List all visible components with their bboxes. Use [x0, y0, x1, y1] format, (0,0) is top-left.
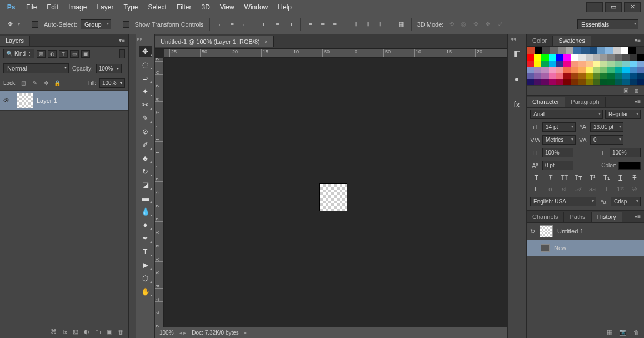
delete-layer-icon[interactable]: 🗑 [118, 329, 124, 335]
swash-button[interactable]: 𝒜 [573, 186, 583, 193]
lock-all-icon[interactable]: 🔒 [53, 79, 61, 87]
swatch[interactable] [549, 54, 556, 61]
menu-file[interactable]: File [21, 1, 42, 13]
swatch[interactable] [549, 61, 556, 67]
layers-tab[interactable]: Layers [0, 36, 30, 46]
swatch[interactable] [613, 47, 621, 54]
swatch[interactable] [593, 54, 600, 61]
document-tab[interactable]: Untitled-1 @ 100% (Layer 1, RGB/8) × [155, 36, 274, 47]
swatch[interactable] [541, 67, 548, 73]
layer-name[interactable]: Layer 1 [37, 97, 57, 104]
swatch[interactable] [597, 47, 605, 54]
eraser-tool[interactable]: ◪ [139, 179, 152, 190]
swatch[interactable] [578, 73, 585, 79]
collapse-icon[interactable]: ◂◂ [510, 36, 516, 42]
swatch[interactable] [556, 79, 563, 85]
collapse-icon[interactable]: ▸▸ [137, 36, 143, 42]
distribute-right-icon[interactable]: ⦀ [376, 20, 385, 29]
lock-transparent-icon[interactable]: ▨ [20, 79, 28, 87]
language-dropdown[interactable]: English: USA [530, 197, 596, 206]
adjustment-layer-icon[interactable]: ◐ [84, 328, 89, 335]
clone-stamp-tool[interactable]: ♣ [139, 152, 152, 163]
font-style-dropdown[interactable]: Regular [605, 110, 641, 119]
blur-tool[interactable]: 💧 [139, 206, 152, 217]
character-tab[interactable]: Character [527, 97, 565, 107]
swatch[interactable] [630, 54, 637, 61]
swatch[interactable] [527, 47, 535, 54]
menu-type[interactable]: Type [118, 1, 143, 13]
swatch[interactable] [622, 79, 629, 85]
swatch[interactable] [637, 54, 644, 61]
3d-slide-icon[interactable]: ❖ [483, 20, 492, 29]
allcaps-button[interactable]: TT [560, 174, 570, 181]
kerning-dropdown[interactable]: Metrics [542, 135, 576, 145]
smallcaps-button[interactable]: Tᴛ [573, 174, 583, 181]
filter-switch[interactable] [119, 49, 125, 58]
panel-menu-icon[interactable]: ▾≡ [631, 98, 644, 105]
swatch[interactable] [630, 67, 637, 73]
brush-tool[interactable]: ✐ [139, 139, 152, 150]
filter-pixel-icon[interactable]: ▨ [37, 50, 46, 58]
channels-tab[interactable]: Channels [527, 212, 564, 222]
paragraph-tab[interactable]: Paragraph [565, 97, 605, 107]
align-vcenter-icon[interactable]: ≡ [228, 20, 237, 29]
swatch[interactable] [556, 73, 563, 79]
hand-tool[interactable]: ✋ [139, 286, 152, 297]
swatch[interactable] [571, 54, 578, 61]
history-brush-tool[interactable]: ↻ [139, 166, 152, 177]
swatch[interactable] [607, 73, 615, 79]
auto-select-checkbox[interactable] [32, 21, 38, 28]
swatch[interactable] [637, 73, 644, 79]
layer-fx-icon[interactable]: fx [62, 329, 67, 335]
swatch[interactable] [605, 47, 613, 54]
delete-state-icon[interactable]: 🗑 [633, 329, 640, 336]
baseline-input[interactable]: 0 pt [542, 161, 573, 170]
vscale-input[interactable]: 100% [542, 148, 573, 157]
swatch[interactable] [637, 67, 644, 73]
swatch[interactable] [527, 67, 534, 73]
font-family-dropdown[interactable]: Arial [530, 110, 603, 119]
layer-mask-icon[interactable]: ▧ [73, 328, 78, 335]
menu-layer[interactable]: Layer [92, 1, 118, 13]
swatch[interactable] [600, 67, 607, 73]
superscript-button[interactable]: T¹ [587, 174, 597, 181]
swatch[interactable] [541, 73, 548, 79]
3d-pan-icon[interactable]: ✥ [471, 20, 480, 29]
menu-image[interactable]: Image [63, 1, 92, 13]
zoom-level[interactable]: 100% [159, 330, 174, 336]
color-picker-dock-icon[interactable]: ◧ [510, 47, 523, 60]
swatch[interactable] [621, 47, 628, 54]
opacity-input[interactable]: 100% ▾ [96, 64, 122, 73]
color-tab[interactable]: Color [527, 36, 553, 46]
paths-tab[interactable]: Paths [564, 212, 591, 222]
layer-filter-kind-dropdown[interactable]: 🔍 Kind ≑ [3, 49, 34, 58]
swatch[interactable] [615, 79, 622, 85]
close-tab-icon[interactable]: × [264, 38, 268, 45]
window-minimize-button[interactable]: — [586, 2, 603, 12]
marquee-tool[interactable]: ◌ [139, 59, 152, 70]
tracking-input[interactable]: 0 [590, 135, 623, 145]
swatch[interactable] [593, 67, 600, 73]
align-left-icon[interactable]: ⊏ [261, 20, 270, 29]
swatch[interactable] [527, 73, 534, 79]
swatch[interactable] [535, 47, 542, 54]
swatch[interactable] [586, 61, 593, 67]
lasso-tool[interactable]: ⊃ [139, 72, 152, 83]
gradient-tool[interactable]: ▬ [139, 192, 152, 203]
strikethrough-button[interactable]: T [630, 174, 640, 181]
swatch[interactable] [600, 79, 607, 85]
swatch[interactable] [615, 67, 622, 73]
swatch[interactable] [578, 61, 585, 67]
canvas[interactable] [164, 58, 507, 327]
swatch[interactable] [527, 54, 534, 61]
swatches-tab[interactable]: Swatches [553, 36, 591, 46]
swatch[interactable] [586, 67, 593, 73]
menu-help[interactable]: Help [273, 1, 297, 13]
new-layer-icon[interactable]: ▣ [107, 328, 112, 335]
text-color-chip[interactable] [618, 162, 641, 170]
distribute-top-icon[interactable]: ≡ [306, 20, 315, 29]
align-hcenter-icon[interactable]: ≡ [273, 20, 282, 29]
swatch[interactable] [622, 61, 629, 67]
swatch[interactable] [586, 73, 593, 79]
swatch[interactable] [622, 73, 629, 79]
